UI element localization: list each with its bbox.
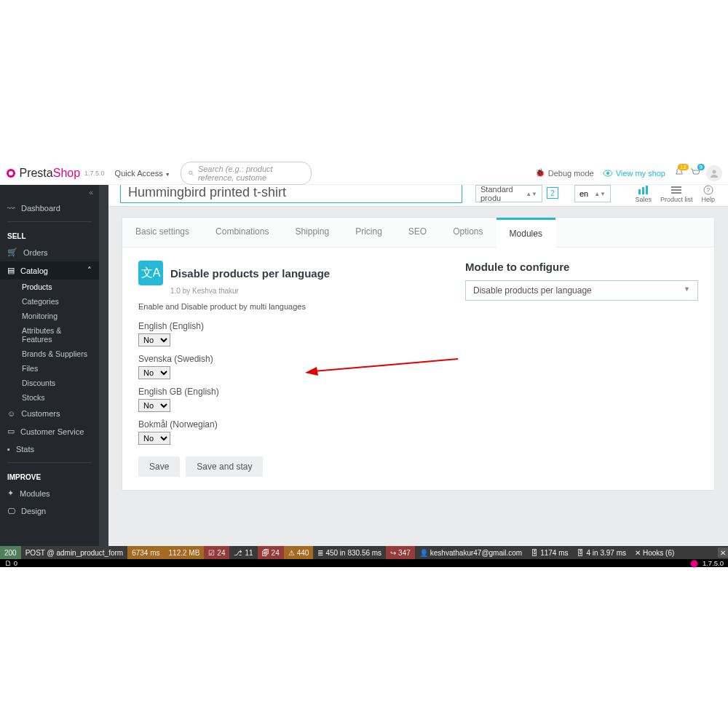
select-english[interactable]: No [138, 333, 170, 347]
sell-header: SELL [0, 226, 99, 243]
warn-chip[interactable]: ⚠ 440 [284, 546, 314, 559]
sub-discounts[interactable]: Discounts [0, 376, 99, 390]
svg-rect-7 [638, 189, 641, 194]
module-title: Disable products per language [170, 267, 330, 280]
zero-label: 🗋 0 [4, 559, 17, 567]
save-stay-button[interactable]: Save and stay [186, 456, 263, 477]
puzzle-icon: ✦ [7, 488, 14, 498]
svg-point-6 [713, 170, 716, 173]
improve-header: IMPROVE [0, 467, 99, 484]
help-link[interactable]: ?Help [701, 185, 715, 203]
module-select[interactable]: Disable products per language▼ [465, 280, 698, 301]
tab-basic[interactable]: Basic settings [122, 218, 202, 247]
right-title: Module to configure [465, 261, 698, 273]
chat-icon: ▭ [7, 427, 15, 436]
sub-brands[interactable]: Brands & Suppliers [0, 347, 99, 361]
sidebar: « 〰Dashboard SELL 🛒Orders ▤Catalog˄ Prod… [0, 185, 99, 546]
collapse-sidebar[interactable]: « [0, 185, 99, 199]
svg-text:?: ? [706, 186, 710, 194]
clip-chip[interactable]: 🗐 24 [258, 546, 284, 559]
logo: PrestaShop [6, 167, 80, 180]
trend-icon: 〰 [7, 204, 15, 213]
nav-catalog[interactable]: ▤Catalog˄ [0, 261, 99, 280]
ps-icon: ⬤ [690, 559, 698, 567]
translate-icon: 文A [138, 261, 163, 285]
page-indicator[interactable]: 2 [547, 187, 558, 199]
sub-categories[interactable]: Categories [0, 294, 99, 309]
tab-pricing[interactable]: Pricing [342, 218, 395, 247]
cart-icon[interactable]: 9 [690, 167, 700, 179]
sub-attrs[interactable]: Attributes & Features [0, 323, 99, 347]
layers-chip[interactable]: ≣ 450 in 830.56 ms [313, 546, 386, 559]
svg-point-5 [606, 172, 609, 175]
sales-link[interactable]: Sales [635, 185, 652, 203]
tab-options[interactable]: Options [440, 218, 496, 247]
user-chip[interactable]: 👤 keshvathakur47@gmail.com [415, 546, 526, 559]
select-norwegian[interactable]: No [138, 432, 170, 445]
cart-icon: 🛒 [7, 248, 17, 257]
tab-shipping[interactable]: Shipping [282, 218, 342, 247]
view-shop[interactable]: View my shop [603, 169, 665, 178]
debug-bar: 200 POST @ admin_product_form 6734 ms 11… [0, 546, 728, 566]
label-english-gb: English GB (English) [138, 387, 407, 397]
db2-chip[interactable]: 🗄 4 in 3.97 ms [572, 546, 630, 559]
debug-mode[interactable]: 🐞Debug mode [535, 168, 594, 178]
sub-stocks[interactable]: Stocks [0, 390, 99, 405]
label-norwegian: Bokmål (Norwegian) [138, 419, 407, 430]
svg-point-1 [9, 171, 13, 175]
branch-chip[interactable]: ⎇ 11 [229, 546, 257, 559]
select-english-gb[interactable]: No [138, 399, 170, 412]
time-chip[interactable]: 6734 ms [127, 546, 164, 559]
product-tabs: Basic settings Combinations Shipping Pri… [122, 218, 714, 248]
svg-point-2 [189, 171, 191, 174]
db1-chip[interactable]: 🗄 1174 ms [526, 546, 572, 559]
check-chip[interactable]: ☑ 24 [204, 546, 229, 559]
search-input[interactable]: Search (e.g.: product reference, custome [181, 162, 312, 185]
module-desc: Enable and Disable product by multi lang… [138, 302, 407, 311]
hooks-chip[interactable]: ✕ Hooks (6) [630, 546, 678, 559]
tab-combo[interactable]: Combinations [202, 218, 282, 247]
stats-icon: ▪ [7, 445, 10, 454]
mem-chip[interactable]: 112.2 MB [165, 546, 205, 559]
user-icon: ☺ [7, 409, 15, 418]
module-author: 1.0 by Keshva thakur [170, 287, 407, 295]
save-button[interactable]: Save [138, 456, 180, 477]
top-bar: PrestaShop 1.7.5.0 Quick Access ▼ Search… [0, 162, 728, 185]
nav-customers[interactable]: ☺Customers [0, 405, 99, 422]
redir-chip[interactable]: ↪ 347 [386, 546, 415, 559]
nav-modules[interactable]: ✦Modules [0, 484, 99, 502]
select-swedish[interactable]: No [138, 366, 170, 379]
tab-modules[interactable]: Modules [496, 218, 555, 248]
svg-rect-8 [642, 187, 644, 194]
svg-rect-9 [646, 186, 648, 194]
main-panel: Basic settings Combinations Shipping Pri… [108, 207, 728, 546]
avatar[interactable] [706, 165, 722, 181]
status-code[interactable]: 200 [0, 546, 21, 559]
sub-products[interactable]: Products [0, 280, 99, 294]
bell-icon[interactable]: 12 [674, 167, 684, 179]
nav-orders[interactable]: 🛒Orders [0, 243, 99, 261]
sub-files[interactable]: Files [0, 361, 99, 376]
sub-monitoring[interactable]: Monitoring [0, 309, 99, 323]
tab-seo[interactable]: SEO [395, 218, 440, 247]
nav-dashboard[interactable]: 〰Dashboard [0, 199, 99, 217]
label-english: English (English) [138, 321, 407, 331]
nav-cs[interactable]: ▭Customer Service [0, 422, 99, 440]
label-swedish: Svenska (Swedish) [138, 354, 407, 364]
svg-line-3 [191, 174, 193, 175]
catalog-icon: ▤ [7, 266, 15, 275]
nav-design[interactable]: 🖵Design [0, 502, 99, 520]
lang-select[interactable]: en▲▼ [574, 185, 611, 202]
monitor-icon: 🖵 [7, 507, 15, 515]
quick-access[interactable]: Quick Access ▼ [115, 169, 170, 178]
product-header: Hummingbird printed t-shirt Standard pro… [0, 185, 728, 207]
version-label: 1.7.5.0 [84, 170, 105, 177]
close-icon[interactable]: ✕ [718, 547, 728, 558]
product-type-select[interactable]: Standard produ▲▼ [475, 185, 542, 202]
product-title-input[interactable]: Hummingbird printed t-shirt [120, 185, 462, 203]
route-label[interactable]: POST @ admin_product_form [21, 546, 127, 559]
product-list-link[interactable]: Product list [660, 185, 693, 203]
nav-stats[interactable]: ▪Stats [0, 440, 99, 458]
